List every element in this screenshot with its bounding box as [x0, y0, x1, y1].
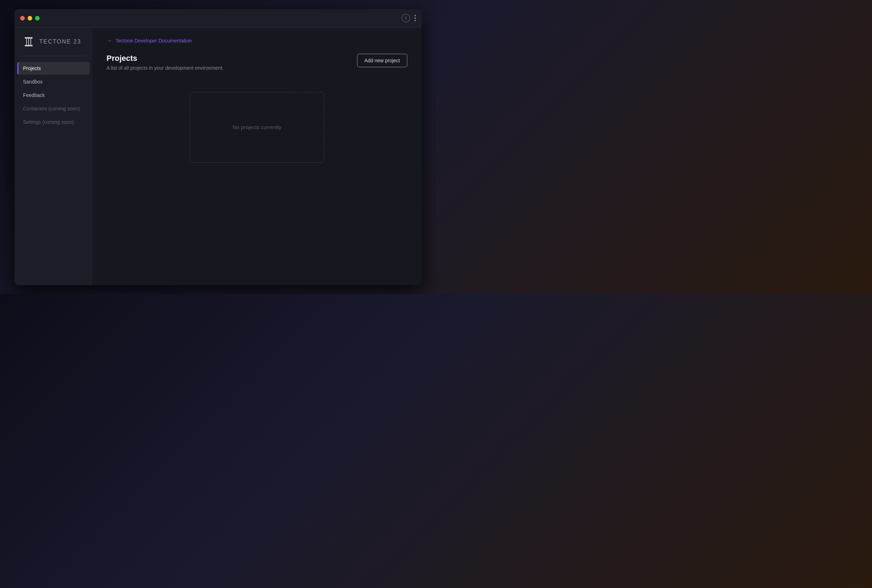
sidebar-item-feedback[interactable]: Feedback [17, 89, 90, 102]
title-bar-actions: i [402, 14, 416, 22]
sidebar: TECTONE 23 Projects Sandbox Feedback Con… [15, 28, 92, 285]
info-icon[interactable]: i [402, 14, 410, 22]
page-subtitle: A list of all projects in your developme… [107, 65, 224, 71]
empty-projects-message: No projects currently [233, 124, 281, 130]
page-title-area: Projects A list of all projects in your … [107, 54, 224, 71]
main-content: → Tectone Developer Documentation Projec… [92, 28, 422, 285]
logo: TECTONE 23 [22, 34, 85, 49]
add-project-button[interactable]: Add new project [357, 54, 407, 67]
sidebar-item-sandbox[interactable]: Sandbox [17, 75, 90, 88]
sidebar-item-containers: Containers (coming soon) [17, 102, 90, 115]
logo-text: TECTONE 23 [39, 39, 81, 45]
empty-projects-container: No projects currently [190, 92, 324, 163]
title-bar: i [15, 9, 422, 28]
sidebar-item-projects[interactable]: Projects [17, 62, 90, 75]
maximize-button[interactable] [35, 16, 40, 21]
arrow-right-icon: → [107, 38, 112, 44]
menu-icon[interactable] [414, 15, 416, 21]
logo-icon [22, 34, 36, 49]
page-title: Projects [107, 54, 224, 63]
sidebar-divider [22, 56, 85, 56]
main-layout: TECTONE 23 Projects Sandbox Feedback Con… [15, 28, 422, 285]
sidebar-item-settings: Settings (coming soon) [17, 116, 90, 128]
close-button[interactable] [20, 16, 25, 21]
minimize-button[interactable] [28, 16, 32, 21]
app-window: i [15, 9, 422, 285]
sidebar-nav: Projects Sandbox Feedback Containers (co… [15, 62, 92, 278]
page-header: Projects A list of all projects in your … [107, 54, 407, 71]
traffic-lights [20, 16, 40, 21]
logo-area: TECTONE 23 [15, 34, 92, 56]
doc-link-anchor[interactable]: Tectone Developer Documentation [116, 38, 192, 44]
doc-link: → Tectone Developer Documentation [107, 38, 407, 44]
